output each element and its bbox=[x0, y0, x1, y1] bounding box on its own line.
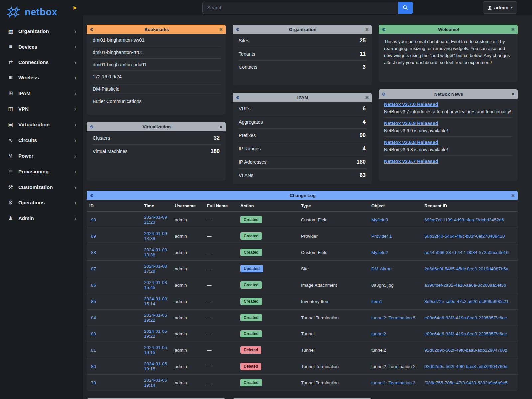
sidebar-item-organization[interactable]: ▦ Organization › bbox=[0, 23, 83, 39]
stat-value[interactable]: 11 bbox=[360, 51, 366, 57]
news-headline-link[interactable]: NetBox v3.7.0 Released bbox=[384, 102, 438, 107]
sidebar-item-admin[interactable]: ♟ Admin › bbox=[0, 210, 83, 226]
search-button[interactable] bbox=[398, 2, 413, 14]
changelog-id-link[interactable]: 84 bbox=[87, 310, 141, 326]
changelog-object-link[interactable]: tunnel1: Termination 3 bbox=[369, 375, 422, 391]
changelog-object-link[interactable]: tunnel2 bbox=[369, 342, 422, 358]
sidebar-item-circuits[interactable]: ∿ Circuits › bbox=[0, 132, 83, 148]
changelog-request-id-link[interactable]: 92d02d9c-562f-49f0-baa8-adb22904760d bbox=[422, 358, 518, 375]
gear-icon[interactable]: ⚙ bbox=[382, 27, 388, 32]
changelog-time-link[interactable]: 2024-01-05 19:15 bbox=[141, 342, 172, 358]
bookmark-item[interactable]: 172.16.0.9/24 bbox=[92, 71, 220, 83]
changelog-request-id-link[interactable]: 8d9cd72e-cd0c-47c2-a620-dc899a690c21 bbox=[422, 293, 518, 310]
sidebar-item-ipam[interactable]: ⊞ IPAM › bbox=[0, 85, 83, 101]
changelog-object-link[interactable]: tunnel2 bbox=[369, 326, 422, 342]
gear-icon[interactable]: ⚙ bbox=[90, 124, 96, 129]
changelog-id-link[interactable]: 86 bbox=[87, 277, 141, 293]
changelog-time-link[interactable]: 2024-01-05 19:15 bbox=[141, 358, 172, 375]
stat-value[interactable]: 180 bbox=[210, 148, 220, 154]
changelog-id-link[interactable]: 87 bbox=[87, 261, 141, 277]
changelog-fullname: — bbox=[204, 212, 238, 228]
gear-icon[interactable]: ⚙ bbox=[90, 27, 96, 32]
bookmark-item[interactable]: dmi01-binghamton-rtr01 bbox=[92, 46, 220, 59]
changelog-request-id-link[interactable]: ae445066-387d-44f1-9084-572a05ce3e16 bbox=[422, 244, 518, 261]
stat-value[interactable]: 32 bbox=[214, 135, 220, 141]
changelog-request-id-link[interactable]: f038e755-705e-47f3-9433-5392b9e6b9e5 bbox=[422, 375, 518, 391]
stat-value[interactable]: 25 bbox=[360, 37, 366, 44]
close-icon[interactable]: × bbox=[509, 193, 515, 198]
stat-value[interactable]: 4 bbox=[363, 145, 366, 152]
close-icon[interactable]: × bbox=[363, 27, 369, 32]
news-headline-link[interactable]: NetBox v3.6.7 Released bbox=[384, 159, 438, 164]
bookmark-item[interactable]: dmi01-binghamton-sw01 bbox=[92, 34, 220, 46]
changelog-id-link[interactable]: 79 bbox=[87, 375, 141, 391]
changelog-request-id-link[interactable]: 92d02d9c-562f-49f0-baa8-adb22904760d bbox=[422, 342, 518, 358]
sidebar-item-provisioning[interactable]: ≣ Provisioning › bbox=[0, 164, 83, 179]
stat-value[interactable]: 3 bbox=[363, 64, 366, 70]
stat-row: Sites 25 bbox=[238, 34, 366, 47]
sidebar-item-devices[interactable]: ≡ Devices › bbox=[0, 39, 83, 54]
news-headline-link[interactable]: NetBox v3.6.9 Released bbox=[384, 121, 438, 126]
changelog-time-link[interactable]: 2024-01-08 17:28 bbox=[141, 261, 172, 277]
changelog-object-link[interactable]: Myfield2 bbox=[369, 244, 422, 261]
changelog-time-link[interactable]: 2024-01-09 21:23 bbox=[141, 212, 172, 228]
sidebar-item-customization[interactable]: ⚒ Customization › bbox=[0, 179, 83, 195]
bookmark-item[interactable]: dmi01-binghamton-pdu01 bbox=[92, 59, 220, 71]
sidebar-item-connections[interactable]: ⇄ Connections › bbox=[0, 54, 83, 70]
changelog-id-link[interactable]: 85 bbox=[87, 293, 141, 310]
changelog-object-link[interactable]: Provider 1 bbox=[369, 228, 422, 244]
changelog-id-link[interactable]: 80 bbox=[87, 358, 141, 375]
changelog-object-link[interactable]: DM-Akron bbox=[369, 261, 422, 277]
changelog-request-id-link[interactable]: e09c64a6-93f3-419a-8ea9-229585f7c6ae bbox=[422, 326, 518, 342]
gear-icon[interactable]: ⚙ bbox=[382, 92, 388, 97]
close-icon[interactable]: × bbox=[217, 124, 223, 130]
netbox-logo[interactable]: netbox ⚑ bbox=[0, 0, 83, 23]
bookmark-item[interactable]: DM-Pittsfield bbox=[92, 83, 220, 95]
sidebar-item-power[interactable]: ↯ Power › bbox=[0, 148, 83, 164]
stat-value[interactable]: 90 bbox=[360, 132, 366, 138]
changelog-time-link[interactable]: 2024-01-05 19:22 bbox=[141, 326, 172, 342]
changelog-request-id-link[interactable]: 2d6d6e8f-5465-45dc-8ec3-2019d4087b5a bbox=[422, 261, 518, 277]
changelog-time-link[interactable]: 2024-01-08 15:45 bbox=[141, 277, 172, 293]
stat-value[interactable]: 63 bbox=[360, 172, 366, 178]
changelog-id-link[interactable]: 83 bbox=[87, 326, 141, 342]
changelog-object-link[interactable]: item1 bbox=[369, 293, 422, 310]
changelog-request-id-link[interactable]: e09c64a6-93f3-419a-8ea9-229585f7c6ae bbox=[422, 310, 518, 326]
changelog-id-link[interactable]: 89 bbox=[87, 228, 141, 244]
close-icon[interactable]: × bbox=[509, 91, 515, 97]
sidebar-item-wireless[interactable]: ≋ Wireless › bbox=[0, 70, 83, 85]
changelog-time-link[interactable]: 2024-01-08 15:14 bbox=[141, 293, 172, 310]
stat-value[interactable]: 4 bbox=[363, 119, 366, 125]
changelog-time-link[interactable]: 2024-01-05 19:14 bbox=[141, 375, 172, 391]
changelog-id-link[interactable]: 88 bbox=[87, 244, 141, 261]
gear-icon[interactable]: ⚙ bbox=[236, 95, 242, 100]
sidebar-item-virtualization[interactable]: ▣ Virtualization › bbox=[0, 117, 83, 132]
bookmark-item[interactable]: Butler Communications bbox=[92, 95, 220, 107]
changelog-request-id-link[interactable]: a390fbef-2a82-4e10-aa0a-3c268aa5ef3b bbox=[422, 277, 518, 293]
gear-icon[interactable]: ⚙ bbox=[236, 27, 242, 32]
changelog-id-link[interactable]: 90 bbox=[87, 212, 141, 228]
sidebar-item-vpn[interactable]: ◫ VPN › bbox=[0, 101, 83, 117]
changelog-object-link[interactable]: Myfield3 bbox=[369, 212, 422, 228]
close-icon[interactable]: × bbox=[363, 95, 369, 100]
gear-icon[interactable]: ⚙ bbox=[90, 193, 96, 198]
changelog-object-link[interactable]: tunnel2: Termination 2 bbox=[369, 358, 422, 375]
news-headline-link[interactable]: NetBox v3.6.8 Released bbox=[384, 140, 438, 145]
changelog-time-link[interactable]: 2024-01-09 13:38 bbox=[141, 244, 172, 261]
stat-value[interactable]: 6 bbox=[363, 105, 366, 112]
changelog-time-link[interactable]: 2024-01-05 19:22 bbox=[141, 310, 172, 326]
changelog-time-link[interactable]: 2024-01-09 13:38 bbox=[141, 228, 172, 244]
search-input[interactable] bbox=[202, 2, 398, 14]
user-menu[interactable]: admin ▾ bbox=[483, 1, 517, 14]
changelog-request-id-link[interactable]: 69fce7cf-1139-4d99-bfea-f3dcbd2452d6 bbox=[422, 212, 518, 228]
changelog-request-id-link[interactable]: 50b32f40-5464-4f9c-b83f-0ef270489410 bbox=[422, 228, 518, 244]
changelog-object-link[interactable]: 8a3gh5.jpg bbox=[369, 277, 422, 293]
close-icon[interactable]: × bbox=[217, 27, 223, 32]
close-icon[interactable]: × bbox=[509, 27, 515, 32]
sidebar-item-operations[interactable]: ⚙ Operations › bbox=[0, 195, 83, 210]
changelog-object-link[interactable]: tunnel2: Termination 5 bbox=[369, 310, 422, 326]
changelog-fullname: — bbox=[204, 228, 238, 244]
sidebar-pin-icon[interactable]: ⚑ bbox=[73, 5, 77, 11]
stat-value[interactable]: 180 bbox=[356, 159, 366, 165]
changelog-id-link[interactable]: 81 bbox=[87, 342, 141, 358]
